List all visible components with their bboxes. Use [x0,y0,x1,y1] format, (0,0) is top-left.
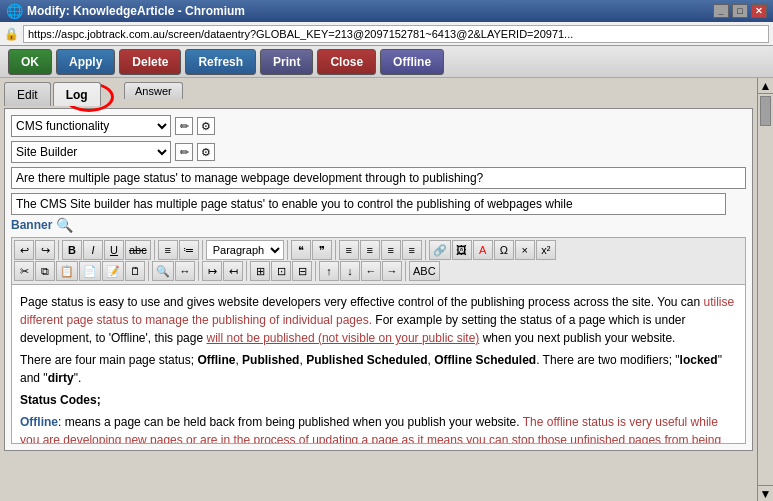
underline-button[interactable]: U [104,240,124,260]
sep9 [246,261,247,281]
address-bar: 🔒 [0,22,773,46]
answer-row [11,193,746,215]
remove-format-button[interactable]: × [515,240,535,260]
offline-item: Offline: means a page can be held back f… [20,413,737,444]
superscript-button[interactable]: x² [536,240,556,260]
blockquote-close-button[interactable]: ❞ [312,240,332,260]
answer-field[interactable] [11,193,726,215]
tab-bar: Edit Log Answer [4,82,753,106]
search-icon[interactable]: 🔍 [56,217,73,233]
close-window-button[interactable]: ✕ [751,4,767,18]
title-controls: _ □ ✕ [713,4,767,18]
address-input[interactable] [23,25,769,43]
ok-button[interactable]: OK [8,49,52,75]
link-button[interactable]: 🔗 [429,240,451,260]
font-color-button[interactable]: A [473,240,493,260]
paste-button[interactable]: 📋 [56,261,78,281]
spell-check-button[interactable]: ABC [409,261,440,281]
tab-edit[interactable]: Edit [4,82,51,106]
offline-button[interactable]: Offline [380,49,444,75]
indent-button[interactable]: ↦ [202,261,222,281]
ul-button[interactable]: ≡ [158,240,178,260]
sep2 [154,240,155,260]
scrollbar-thumb[interactable] [760,96,771,126]
toolbar: OK Apply Delete Refresh Print Close Offl… [0,46,773,78]
scrollbar-right[interactable]: ▲ ▼ [757,78,773,501]
col-right-button[interactable]: → [382,261,402,281]
subcategory-row: Site Builder ✏ ⚙ [11,141,746,163]
special-char-button[interactable]: Ω [494,240,514,260]
category-config-icon[interactable]: ⚙ [197,117,215,135]
align-left-button[interactable]: ≡ [339,240,359,260]
banner-row: Banner 🔍 [11,217,746,233]
scroll-down-button[interactable]: ▼ [758,485,773,501]
editor-content[interactable]: Page status is easy to use and gives web… [11,284,746,444]
table-delete-button[interactable]: ⊟ [292,261,312,281]
refresh-button[interactable]: Refresh [185,49,256,75]
cut-button[interactable]: ✂ [14,261,34,281]
apply-button[interactable]: Apply [56,49,115,75]
find-button[interactable]: 🔍 [152,261,174,281]
editor-toolbar-row1: ↩ ↪ B I U abc ≡ ≔ Paragraph ❝ ❞ [14,240,743,260]
outdent-button[interactable]: ↤ [223,261,243,281]
delete-button[interactable]: Delete [119,49,181,75]
align-center-button[interactable]: ≡ [360,240,380,260]
editor-status-list: Offline: means a page can be held back f… [20,413,737,444]
tab-log[interactable]: Log [53,82,101,106]
paste-clean-button[interactable]: 🗒 [125,261,145,281]
strikethrough-button[interactable]: abc [125,240,151,260]
editor-para1: Page status is easy to use and gives web… [20,293,737,347]
minimize-button[interactable]: _ [713,4,729,18]
sep10 [315,261,316,281]
undo-button[interactable]: ↩ [14,240,34,260]
format-select[interactable]: Paragraph [206,240,284,260]
paste-plain-button[interactable]: 📄 [79,261,101,281]
subcategory-edit-icon[interactable]: ✏ [175,143,193,161]
subcategory-select[interactable]: Site Builder [11,141,171,163]
col-left-button[interactable]: ← [361,261,381,281]
form-area: CMS functionality ✏ ⚙ Site Builder ✏ ⚙ [4,108,753,451]
replace-button[interactable]: ↔ [175,261,195,281]
blockquote-open-button[interactable]: ❝ [291,240,311,260]
image-button[interactable]: 🖼 [452,240,472,260]
sep6 [425,240,426,260]
editor-status-codes: Status Codes; [20,391,737,409]
category-edit-icon[interactable]: ✏ [175,117,193,135]
print-button[interactable]: Print [260,49,313,75]
main-content: Edit Log Answer CMS functionality ✏ ⚙ Si… [0,78,773,501]
table-insert-button[interactable]: ⊞ [250,261,270,281]
scroll-up-button[interactable]: ▲ [758,78,773,94]
category-select[interactable]: CMS functionality [11,115,171,137]
ol-button[interactable]: ≔ [179,240,199,260]
content-panel: Edit Log Answer CMS functionality ✏ ⚙ Si… [0,78,757,501]
sep7 [148,261,149,281]
category-row: CMS functionality ✏ ⚙ [11,115,746,137]
sep11 [405,261,406,281]
table-props-button[interactable]: ⊡ [271,261,291,281]
browser-icon: 🌐 [6,3,23,19]
subcategory-config-icon[interactable]: ⚙ [197,143,215,161]
align-right-button[interactable]: ≡ [381,240,401,260]
sep5 [335,240,336,260]
close-button[interactable]: Close [317,49,376,75]
row-down-button[interactable]: ↓ [340,261,360,281]
paste-word-button[interactable]: 📝 [102,261,124,281]
answer-tab: Answer [124,82,183,99]
editor-toolbar: ↩ ↪ B I U abc ≡ ≔ Paragraph ❝ ❞ [11,237,746,284]
editor-para2: There are four main page status; Offline… [20,351,737,387]
scrollbar-track [758,94,773,485]
align-justify-button[interactable]: ≡ [402,240,422,260]
bold-button[interactable]: B [62,240,82,260]
window-title: Modify: KnowledgeArticle - Chromium [27,4,245,18]
redo-button[interactable]: ↪ [35,240,55,260]
sep8 [198,261,199,281]
sep4 [287,240,288,260]
copy-button[interactable]: ⧉ [35,261,55,281]
title-bar-left: 🌐 Modify: KnowledgeArticle - Chromium [6,3,713,19]
row-up-button[interactable]: ↑ [319,261,339,281]
maximize-button[interactable]: □ [732,4,748,18]
ssl-icon: 🔒 [4,27,19,41]
title-bar: 🌐 Modify: KnowledgeArticle - Chromium _ … [0,0,773,22]
italic-button[interactable]: I [83,240,103,260]
question-field[interactable] [11,167,746,189]
